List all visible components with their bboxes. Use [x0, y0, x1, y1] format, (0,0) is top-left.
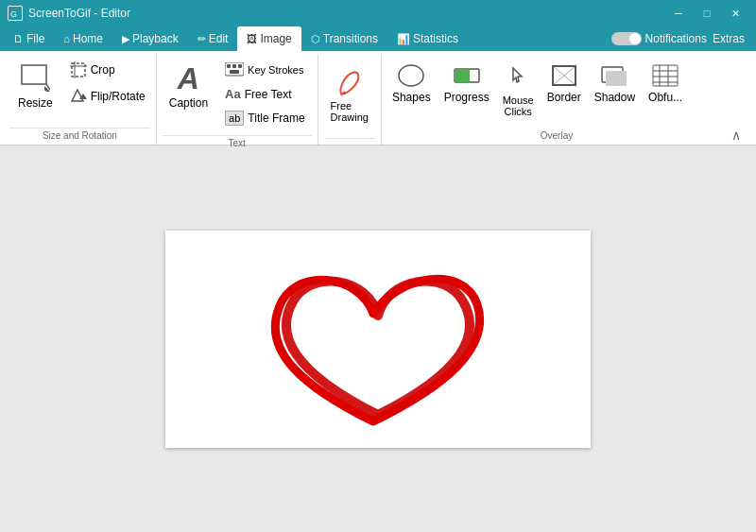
- flip-rotate-label: Flip/Rotate: [91, 90, 146, 103]
- menu-image-label: Image: [260, 32, 291, 45]
- resize-label: Resize: [18, 96, 53, 110]
- resize-button[interactable]: Resize: [9, 59, 61, 114]
- menu-home[interactable]: ⌂ Home: [54, 26, 112, 51]
- menu-statistics-label: Statistics: [413, 32, 458, 45]
- file-icon: 🗋: [13, 33, 24, 44]
- text-small-buttons: Key Strokes Aa Free Text ab Title Frame: [218, 59, 311, 129]
- resize-icon: [20, 63, 50, 94]
- playback-icon: ▶: [122, 33, 129, 45]
- image-icon: 🖼: [247, 33, 257, 44]
- title-frame-label: Title Frame: [248, 112, 304, 125]
- menu-image[interactable]: 🖼 Image: [237, 26, 301, 51]
- extras-label: Extras: [713, 32, 745, 45]
- statistics-icon: 📊: [397, 33, 410, 45]
- shapes-button[interactable]: Shapes: [387, 59, 436, 109]
- flip-rotate-button[interactable]: Flip/Rotate: [65, 85, 150, 108]
- border-icon: [550, 63, 578, 88]
- shadow-button[interactable]: Shadow: [590, 59, 640, 109]
- mouse-clicks-button[interactable]: MouseClicks: [498, 59, 539, 122]
- draw-label: [324, 138, 375, 145]
- menu-playback-label: Playback: [132, 32, 179, 45]
- crop-icon: [70, 61, 87, 78]
- obfuscate-label: Obfu...: [648, 91, 682, 104]
- caption-label: Caption: [169, 96, 208, 110]
- progress-button[interactable]: Progress: [439, 59, 494, 109]
- free-drawing-button[interactable]: FreeDrawing: [324, 59, 375, 128]
- free-text-button[interactable]: Aa Free Text: [218, 83, 311, 105]
- collapse-ribbon-button[interactable]: ∧: [726, 126, 747, 145]
- svg-rect-14: [230, 70, 239, 74]
- draw-buttons: FreeDrawing: [324, 55, 375, 136]
- transitions-icon: ⬡: [311, 33, 320, 45]
- toggle-switch[interactable]: [611, 32, 642, 45]
- shapes-label: Shapes: [392, 91, 431, 104]
- menu-edit-label: Edit: [209, 32, 229, 45]
- size-rotation-label: Size and Rotation: [9, 128, 150, 145]
- obfuscate-icon: [651, 63, 679, 88]
- menu-edit[interactable]: ✏ Edit: [188, 26, 238, 51]
- close-button[interactable]: ✕: [722, 0, 748, 26]
- menu-statistics[interactable]: 📊 Statistics: [387, 26, 468, 51]
- title-frame-button[interactable]: ab Title Frame: [218, 107, 311, 129]
- ribbon-wrapper: Resize Crop Flip/Rotate Size and Rotatio…: [4, 55, 752, 145]
- mouse-clicks-label: MouseClicks: [503, 94, 534, 117]
- shapes-icon: [397, 63, 425, 88]
- crop-button[interactable]: Crop: [65, 59, 150, 81]
- ribbon-group-text: A Caption Key Strokes Aa Free Text ab Ti…: [157, 55, 318, 145]
- menu-playback[interactable]: ▶ Playback: [112, 26, 188, 51]
- svg-text:G: G: [10, 9, 17, 19]
- shadow-icon: [600, 63, 628, 88]
- ribbon-group-overlay: Shapes Progress MouseClicks: [382, 55, 752, 145]
- menu-bar: 🗋 File ⌂ Home ▶ Playback ✏ Edit 🖼 Image …: [0, 26, 756, 51]
- app-icon: G: [8, 6, 23, 21]
- keystrokes-label: Key Strokes: [248, 64, 303, 76]
- edit-icon: ✏: [198, 33, 206, 45]
- crop-label: Crop: [91, 63, 115, 77]
- overlay-label: Overlay: [387, 129, 726, 145]
- notification-area: Notifications Extras: [604, 26, 752, 51]
- size-rotation-buttons: Resize Crop Flip/Rotate: [9, 55, 150, 126]
- free-drawing-label: FreeDrawing: [331, 100, 369, 123]
- free-drawing-icon: [334, 63, 366, 97]
- border-label: Border: [547, 91, 581, 104]
- svg-point-15: [399, 65, 423, 86]
- notifications-label: Notifications: [645, 32, 707, 45]
- svg-rect-12: [232, 64, 236, 68]
- menu-file[interactable]: 🗋 File: [4, 26, 54, 51]
- flip-rotate-icon: [70, 88, 87, 105]
- shadow-label: Shadow: [594, 91, 635, 104]
- svg-marker-8: [72, 90, 83, 101]
- obfuscate-button[interactable]: Obfu...: [644, 59, 687, 109]
- menu-transitions-label: Transitions: [323, 32, 378, 45]
- menu-file-label: File: [26, 32, 44, 45]
- canvas-drawing: [198, 240, 558, 438]
- maximize-button[interactable]: □: [694, 0, 720, 26]
- minimize-button[interactable]: ─: [665, 0, 692, 26]
- svg-rect-2: [22, 65, 46, 84]
- title-frame-icon: ab: [225, 111, 244, 126]
- text-buttons: A Caption Key Strokes Aa Free Text ab Ti…: [163, 55, 312, 133]
- progress-icon: [453, 63, 481, 88]
- overlay-buttons: Shapes Progress MouseClicks: [387, 55, 747, 126]
- ribbon-group-draw: FreeDrawing: [318, 55, 382, 145]
- svg-rect-23: [653, 65, 678, 86]
- canvas-area: [0, 146, 756, 532]
- menu-home-label: Home: [73, 32, 103, 45]
- canvas-content: [165, 231, 591, 448]
- border-button[interactable]: Border: [542, 59, 586, 109]
- keystrokes-button[interactable]: Key Strokes: [218, 59, 311, 81]
- caption-button[interactable]: A Caption: [163, 59, 215, 114]
- svg-rect-22: [606, 71, 627, 86]
- free-text-label: Free Text: [245, 88, 292, 101]
- caption-icon: A: [178, 63, 199, 94]
- svg-rect-13: [238, 64, 242, 68]
- progress-label: Progress: [444, 91, 490, 104]
- mouse-clicks-icon: [504, 63, 532, 92]
- menu-transitions[interactable]: ⬡ Transitions: [301, 26, 387, 51]
- svg-rect-5: [72, 63, 85, 77]
- window-title: ScreenToGif - Editor: [28, 7, 130, 20]
- notifications-toggle[interactable]: Notifications: [611, 32, 707, 45]
- text-label: Text: [163, 135, 312, 152]
- ribbon-group-size-rotation: Resize Crop Flip/Rotate Size and Rotatio…: [4, 55, 157, 145]
- title-bar: G ScreenToGif - Editor ─ □ ✕: [0, 0, 756, 26]
